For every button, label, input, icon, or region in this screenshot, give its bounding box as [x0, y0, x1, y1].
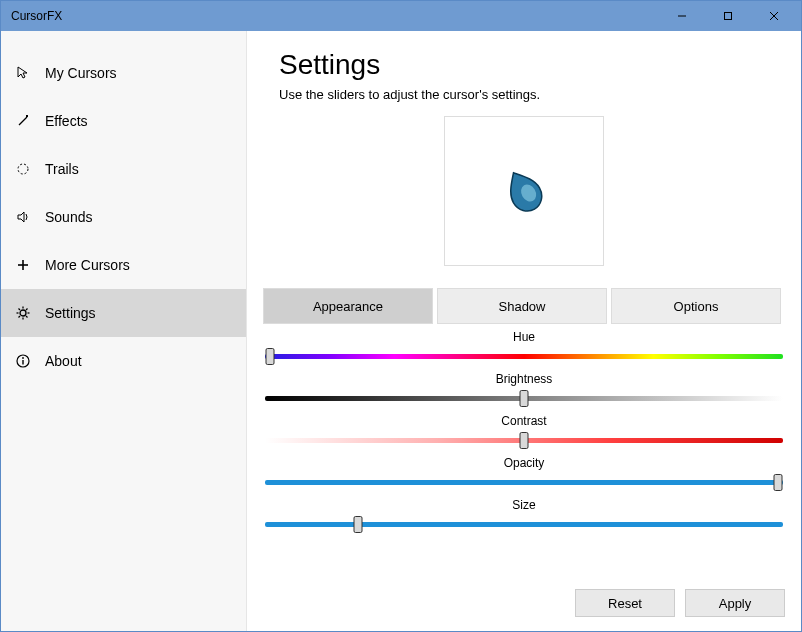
- slider-label: Contrast: [265, 414, 783, 428]
- sidebar-item-trails[interactable]: Trails: [1, 145, 246, 193]
- slider-track: [265, 480, 783, 485]
- slider-opacity-block: Opacity: [265, 456, 783, 492]
- slider-track: [265, 522, 783, 527]
- slider-brightness[interactable]: [265, 388, 783, 408]
- info-icon: [15, 353, 31, 369]
- sidebar-item-more-cursors[interactable]: More Cursors: [1, 241, 246, 289]
- svg-line-4: [19, 117, 27, 125]
- sidebar-item-label: Trails: [45, 161, 79, 177]
- svg-line-16: [26, 316, 28, 318]
- minimize-icon: [677, 11, 687, 21]
- titlebar: CursorFX: [1, 1, 801, 31]
- sidebar-item-label: My Cursors: [45, 65, 117, 81]
- window-title: CursorFX: [11, 9, 659, 23]
- button-row: Reset Apply: [247, 581, 801, 631]
- svg-line-15: [19, 309, 21, 311]
- sidebar-item-settings[interactable]: Settings: [1, 289, 246, 337]
- cursor-preview: [444, 116, 604, 266]
- sidebar-item-label: Sounds: [45, 209, 92, 225]
- slider-thumb[interactable]: [520, 390, 529, 407]
- slider-hue[interactable]: [265, 346, 783, 366]
- page-subtitle: Use the sliders to adjust the cursor's s…: [247, 87, 801, 102]
- svg-line-18: [19, 316, 21, 318]
- slider-opacity[interactable]: [265, 472, 783, 492]
- tab-label: Options: [674, 299, 719, 314]
- wand-icon: [15, 113, 31, 129]
- slider-label: Opacity: [265, 456, 783, 470]
- svg-point-10: [20, 310, 26, 316]
- slider-thumb[interactable]: [773, 474, 782, 491]
- gear-icon: [15, 305, 31, 321]
- reset-button[interactable]: Reset: [575, 589, 675, 617]
- slider-contrast-block: Contrast: [265, 414, 783, 450]
- slider-brightness-block: Brightness: [265, 372, 783, 408]
- slider-hue-block: Hue: [265, 330, 783, 366]
- main: Settings Use the sliders to adjust the c…: [247, 31, 801, 631]
- svg-point-20: [22, 357, 24, 359]
- slider-size-block: Size: [265, 498, 783, 534]
- slider-size[interactable]: [265, 514, 783, 534]
- apply-button[interactable]: Apply: [685, 589, 785, 617]
- sidebar-item-about[interactable]: About: [1, 337, 246, 385]
- sidebar: My Cursors Effects Trails Sounds: [1, 31, 247, 631]
- cursor-icon: [15, 65, 31, 81]
- tab-appearance[interactable]: Appearance: [263, 288, 433, 324]
- svg-rect-1: [725, 13, 732, 20]
- sidebar-item-sounds[interactable]: Sounds: [1, 193, 246, 241]
- sidebar-item-label: Settings: [45, 305, 96, 321]
- slider-label: Brightness: [265, 372, 783, 386]
- svg-line-17: [26, 309, 28, 311]
- body: My Cursors Effects Trails Sounds: [1, 31, 801, 631]
- window: CursorFX My Cursors Effects: [0, 0, 802, 632]
- maximize-icon: [723, 11, 733, 21]
- maximize-button[interactable]: [705, 1, 751, 31]
- slider-label: Size: [265, 498, 783, 512]
- page-title: Settings: [247, 49, 801, 81]
- tab-options[interactable]: Options: [611, 288, 781, 324]
- slider-thumb[interactable]: [520, 432, 529, 449]
- sidebar-item-label: About: [45, 353, 82, 369]
- trails-icon: [15, 161, 31, 177]
- tab-label: Appearance: [313, 299, 383, 314]
- sidebar-item-label: Effects: [45, 113, 88, 129]
- slider-track: [265, 354, 783, 359]
- sidebar-item-label: More Cursors: [45, 257, 130, 273]
- tab-label: Shadow: [499, 299, 546, 314]
- close-icon: [769, 11, 779, 21]
- sidebar-item-effects[interactable]: Effects: [1, 97, 246, 145]
- slider-thumb[interactable]: [354, 516, 363, 533]
- tabs: Appearance Shadow Options: [247, 288, 801, 324]
- slider-label: Hue: [265, 330, 783, 344]
- svg-point-7: [18, 164, 28, 174]
- preview-area: [247, 116, 801, 266]
- minimize-button[interactable]: [659, 1, 705, 31]
- tab-shadow[interactable]: Shadow: [437, 288, 607, 324]
- sidebar-item-my-cursors[interactable]: My Cursors: [1, 49, 246, 97]
- close-button[interactable]: [751, 1, 797, 31]
- slider-thumb[interactable]: [266, 348, 275, 365]
- plus-icon: [15, 257, 31, 273]
- sliders-panel: Hue Brightness Contrast: [247, 324, 801, 581]
- sound-icon: [15, 209, 31, 225]
- cursor-preview-image: [505, 168, 543, 214]
- slider-contrast[interactable]: [265, 430, 783, 450]
